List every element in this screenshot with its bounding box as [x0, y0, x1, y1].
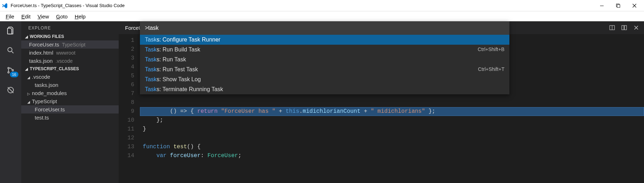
- file-forceuser-ts[interactable]: ForceUser.ts: [21, 105, 119, 113]
- line-number: 1: [119, 36, 140, 45]
- chevron-down-icon: ◢: [27, 100, 30, 104]
- activity-bar: 16: [0, 21, 21, 183]
- explorer-sidebar: EXPLORE ◢ WORKING FILES ForceUser.ts Typ…: [21, 21, 119, 183]
- item-rest: s: Show Task Log: [157, 76, 201, 82]
- folder-node-modules[interactable]: ▷ node_modules: [21, 89, 119, 97]
- file-label: test.ts: [35, 115, 49, 121]
- project-tree: ◢ .vscode tasks.json ▷ node_modules ◢ Ty…: [21, 73, 119, 122]
- working-file-item[interactable]: index.html wwwroot: [21, 49, 119, 57]
- file-label: tasks.json: [35, 82, 58, 88]
- chevron-down-icon: ◢: [25, 35, 28, 39]
- folder-typescript[interactable]: ◢ TypeScript: [21, 97, 119, 105]
- file-tasks-json[interactable]: tasks.json: [21, 81, 119, 89]
- palette-item-terminate-running-task[interactable]: Tasks: Terminate Running Task: [140, 84, 509, 94]
- command-palette: Tasks: Configure Task Runner Tasks: Run …: [140, 21, 509, 94]
- split-editor-icon[interactable]: [609, 24, 616, 31]
- folder-label: TypeScript: [32, 98, 57, 104]
- line-number: 11: [119, 125, 140, 134]
- item-rest: s: Run Build Task: [157, 46, 200, 52]
- maximize-button[interactable]: [610, 1, 626, 11]
- file-test-ts[interactable]: test.ts: [21, 113, 119, 122]
- line-number: 4: [119, 63, 140, 72]
- line-number: 13: [119, 143, 140, 151]
- pin-icon[interactable]: [621, 24, 628, 31]
- palette-item-show-task-log[interactable]: Tasks: Show Task Log: [140, 74, 509, 84]
- folder-label: node_modules: [32, 90, 67, 96]
- match-text: Task: [145, 86, 157, 92]
- command-palette-input[interactable]: [143, 23, 507, 33]
- match-text: Task: [145, 76, 157, 82]
- palette-item-run-test-task[interactable]: Tasks: Run Test Task Ctrl+Shift+T: [140, 65, 509, 74]
- palette-item-run-build-task[interactable]: Tasks: Run Build Task Ctrl+Shift+B: [140, 45, 509, 55]
- file-desc: .vscode: [56, 58, 73, 64]
- git-badge: 16: [10, 72, 18, 77]
- menu-edit[interactable]: Edit: [18, 13, 34, 20]
- menu-bar: File Edit View Goto Help: [0, 11, 644, 21]
- folder-vscode[interactable]: ◢ .vscode: [21, 73, 119, 81]
- working-files-label: WORKING FILES: [30, 34, 64, 39]
- working-files-header[interactable]: ◢ WORKING FILES: [21, 33, 119, 40]
- svg-rect-2: [617, 5, 620, 7]
- file-label: ForceUser.ts: [35, 106, 65, 112]
- item-rest: s: Run Task: [157, 56, 186, 62]
- sidebar-title: EXPLORE: [21, 21, 119, 33]
- working-file-item[interactable]: tasks.json .vscode: [21, 57, 119, 65]
- menu-help[interactable]: Help: [71, 13, 89, 20]
- file-desc: wwwroot: [56, 50, 75, 56]
- shortcut: Ctrl+Shift+B: [478, 46, 504, 53]
- line-number: 2: [119, 45, 140, 54]
- file-desc: TypeScript: [62, 42, 85, 48]
- svg-rect-9: [622, 26, 624, 30]
- match-text: Task: [145, 66, 157, 72]
- window-controls: [594, 1, 643, 11]
- match-text: Task: [145, 37, 157, 43]
- file-name: ForceUser.ts: [29, 41, 59, 48]
- explorer-icon[interactable]: [5, 25, 16, 36]
- line-number: 6: [119, 81, 140, 89]
- svg-rect-10: [625, 26, 627, 30]
- line-number: 14: [119, 151, 140, 160]
- working-file-item[interactable]: ForceUser.ts TypeScript: [21, 40, 119, 49]
- item-rest: s: Configure Task Runner: [157, 37, 220, 43]
- line-number: 7: [119, 89, 140, 98]
- line-number: 8: [119, 98, 140, 107]
- chevron-down-icon: ◢: [27, 76, 30, 79]
- match-text: Task: [145, 56, 157, 62]
- item-rest: s: Run Test Task: [157, 66, 198, 72]
- vscode-icon: [1, 2, 8, 9]
- minimize-button[interactable]: [594, 1, 610, 11]
- line-number: 10: [119, 116, 140, 125]
- main-area: 16 EXPLORE ◢ WORKING FILES ForceUser.ts …: [0, 21, 644, 183]
- search-icon[interactable]: [5, 45, 16, 56]
- svg-rect-0: [600, 6, 604, 6]
- file-name: tasks.json: [29, 58, 53, 64]
- line-number: 3: [119, 54, 140, 63]
- shortcut: Ctrl+Shift+T: [478, 66, 504, 73]
- chevron-down-icon: ◢: [25, 67, 28, 71]
- git-icon[interactable]: 16: [5, 65, 16, 76]
- window-title: ForceUser.ts - TypeScript_Classes - Visu…: [11, 3, 125, 8]
- project-label: TYPESCRIPT_CLASSES: [30, 66, 79, 71]
- folder-label: .vscode: [32, 74, 50, 80]
- working-files-list: ForceUser.ts TypeScript index.html wwwro…: [21, 40, 119, 65]
- close-editor-icon[interactable]: [633, 24, 640, 31]
- editor-area: ForceU 1c 2 3 4 5 6 7 8 9 (: [119, 21, 644, 183]
- title-bar: ForceUser.ts - TypeScript_Classes - Visu…: [0, 0, 644, 11]
- match-text: Task: [145, 46, 157, 52]
- project-header[interactable]: ◢ TYPESCRIPT_CLASSES: [21, 65, 119, 73]
- menu-goto[interactable]: Goto: [52, 13, 71, 20]
- menu-file[interactable]: File: [2, 13, 18, 20]
- debug-icon[interactable]: [5, 84, 16, 96]
- chevron-right-icon: ▷: [27, 92, 30, 96]
- palette-item-configure-task-runner[interactable]: Tasks: Configure Task Runner: [140, 35, 509, 45]
- svg-point-6: [12, 70, 13, 71]
- menu-view[interactable]: View: [34, 13, 52, 20]
- close-button[interactable]: [626, 1, 643, 11]
- palette-item-run-task[interactable]: Tasks: Run Task: [140, 55, 509, 65]
- svg-point-5: [8, 72, 9, 73]
- svg-point-4: [8, 67, 9, 69]
- line-number: 9: [119, 107, 140, 116]
- svg-point-3: [8, 48, 12, 52]
- line-number: 12: [119, 134, 140, 143]
- file-name: index.html: [29, 50, 53, 56]
